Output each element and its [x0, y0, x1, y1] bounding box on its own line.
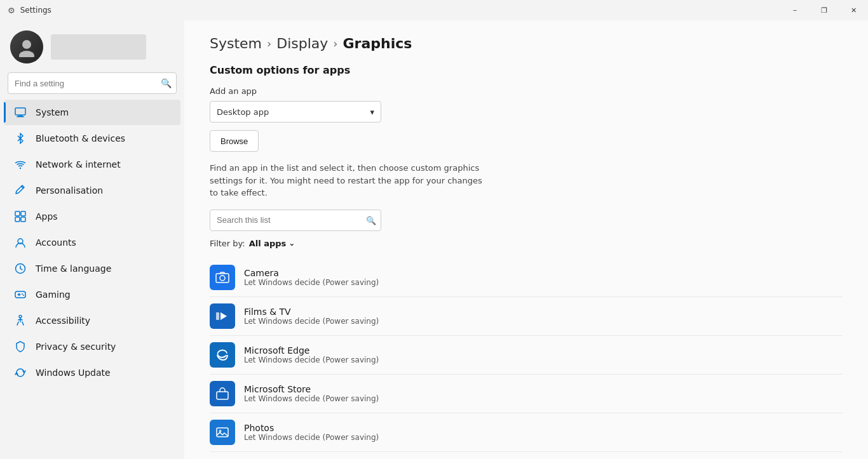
svg-point-17 — [220, 276, 225, 281]
svg-marker-18 — [220, 312, 227, 320]
svg-point-14 — [23, 295, 24, 296]
close-button[interactable]: ✕ — [839, 0, 868, 20]
system-icon — [14, 106, 27, 119]
photos-app-info: Photos Let Windows decide (Power saving) — [244, 423, 379, 442]
info-text: Find an app in the list and select it, t… — [210, 162, 489, 199]
section-title: Custom options for apps — [210, 64, 843, 76]
dropdown-value: Desktop app — [217, 107, 269, 117]
films-app-info: Films & TV Let Windows decide (Power sav… — [244, 307, 379, 326]
breadcrumb-sep-2: › — [333, 37, 337, 50]
dropdown-row: Desktop app ▾ — [210, 101, 843, 123]
sidebar-label-bluetooth: Bluetooth & devices — [36, 133, 125, 143]
add-app-label: Add an app — [210, 86, 843, 96]
sidebar-label-accounts: Accounts — [36, 237, 76, 248]
app-item-camera[interactable]: Camera Let Windows decide (Power saving) — [210, 258, 843, 297]
title-bar-controls: − ❐ ✕ — [780, 0, 868, 20]
svg-point-5 — [20, 168, 21, 169]
time-icon — [14, 262, 27, 275]
films-app-icon — [210, 303, 235, 329]
sidebar-item-network[interactable]: Network & internet — [4, 152, 180, 177]
bluetooth-icon — [14, 132, 27, 145]
edge-app-name: Microsoft Edge — [244, 345, 379, 356]
apps-icon — [14, 210, 27, 223]
sidebar-item-time[interactable]: Time & language — [4, 256, 180, 281]
search-input[interactable] — [8, 72, 177, 94]
main-content: System › Display › Graphics Custom optio… — [184, 20, 868, 459]
svg-rect-19 — [216, 312, 219, 320]
films-app-status: Let Windows decide (Power saving) — [244, 317, 379, 326]
sidebar-item-system[interactable]: System — [4, 100, 180, 125]
svg-rect-20 — [217, 392, 228, 399]
title-bar-left: ⚙ Settings — [8, 6, 51, 15]
app-item-edge[interactable]: Microsoft Edge Let Windows decide (Power… — [210, 336, 843, 375]
svg-rect-16 — [216, 274, 229, 283]
breadcrumb-graphics: Graphics — [343, 36, 412, 51]
filter-chevron-icon: ⌄ — [288, 239, 295, 248]
svg-rect-4 — [17, 116, 24, 117]
svg-point-1 — [19, 51, 34, 57]
filter-value: All apps — [249, 239, 287, 248]
filter-dropdown[interactable]: All apps ⌄ — [249, 239, 295, 248]
sidebar-nav: System Bluetooth & devices — [0, 99, 184, 386]
browse-button[interactable]: Browse — [210, 130, 259, 152]
sidebar-item-update[interactable]: Windows Update — [4, 360, 180, 385]
avatar-image — [10, 30, 43, 63]
photos-app-icon — [210, 420, 235, 445]
user-section — [0, 20, 184, 70]
sidebar-item-gaming[interactable]: Gaming — [4, 282, 180, 307]
svg-rect-9 — [21, 217, 25, 222]
sidebar-label-apps: Apps — [36, 211, 58, 222]
app-body: 🔍 System Bluet — [0, 20, 868, 459]
app-item-photos[interactable]: Photos Let Windows decide (Power saving) — [210, 413, 843, 452]
privacy-icon — [14, 340, 27, 353]
network-icon — [14, 158, 27, 171]
sidebar-item-accessibility[interactable]: Accessibility — [4, 308, 180, 333]
app-list: Camera Let Windows decide (Power saving)… — [210, 258, 843, 452]
sidebar-item-personalisation[interactable]: Personalisation — [4, 178, 180, 203]
sidebar-label-update: Windows Update — [36, 368, 111, 378]
store-app-status: Let Windows decide (Power saving) — [244, 394, 379, 403]
search-icon-button[interactable]: 🔍 — [161, 78, 172, 88]
svg-rect-21 — [217, 428, 228, 437]
sidebar-item-privacy[interactable]: Privacy & security — [4, 334, 180, 359]
filter-label: Filter by: — [210, 239, 245, 248]
user-name-placeholder — [51, 34, 146, 60]
store-app-icon — [210, 381, 235, 406]
sidebar-item-bluetooth[interactable]: Bluetooth & devices — [4, 126, 180, 151]
edge-app-icon — [210, 342, 235, 368]
list-search-input[interactable] — [210, 210, 381, 231]
svg-rect-7 — [21, 211, 25, 216]
breadcrumb-display[interactable]: Display — [276, 36, 328, 51]
sidebar-label-system: System — [36, 107, 69, 117]
accessibility-icon — [14, 314, 27, 327]
desktop-app-dropdown[interactable]: Desktop app ▾ — [210, 101, 381, 123]
svg-point-15 — [19, 316, 22, 318]
svg-rect-8 — [15, 217, 20, 222]
svg-point-22 — [219, 430, 222, 432]
photos-app-name: Photos — [244, 423, 379, 433]
camera-app-icon — [210, 265, 235, 290]
edge-app-status: Let Windows decide (Power saving) — [244, 356, 379, 364]
minimize-button[interactable]: − — [780, 0, 810, 20]
breadcrumb-system[interactable]: System — [210, 36, 262, 51]
title-bar: ⚙ Settings − ❐ ✕ — [0, 0, 868, 20]
app-item-store[interactable]: Microsoft Store Let Windows decide (Powe… — [210, 375, 843, 413]
sidebar-label-time: Time & language — [36, 263, 111, 274]
svg-point-13 — [22, 293, 23, 295]
store-app-name: Microsoft Store — [244, 384, 379, 394]
svg-point-0 — [22, 40, 31, 49]
sidebar-label-privacy: Privacy & security — [36, 342, 116, 352]
camera-app-name: Camera — [244, 268, 379, 278]
accounts-icon — [14, 236, 27, 249]
sidebar-search-box: 🔍 — [8, 72, 177, 94]
avatar — [10, 30, 43, 63]
svg-rect-2 — [15, 108, 25, 115]
svg-rect-6 — [15, 211, 20, 216]
app-item-films[interactable]: Films & TV Let Windows decide (Power sav… — [210, 297, 843, 336]
maximize-button[interactable]: ❐ — [810, 0, 839, 20]
sidebar-item-apps[interactable]: Apps — [4, 204, 180, 229]
camera-app-status: Let Windows decide (Power saving) — [244, 278, 379, 287]
films-app-name: Films & TV — [244, 307, 379, 317]
sidebar-item-accounts[interactable]: Accounts — [4, 230, 180, 255]
sidebar-label-gaming: Gaming — [36, 289, 71, 300]
